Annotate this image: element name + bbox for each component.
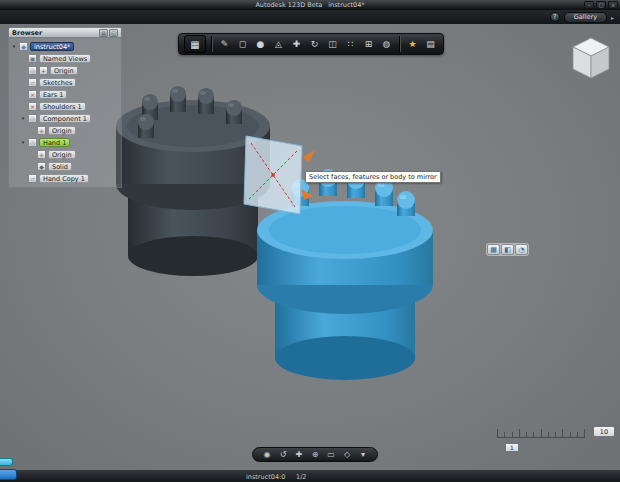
ruler-tick bbox=[526, 432, 527, 437]
document-title: instruct04* bbox=[328, 1, 364, 9]
tree-bulb-icon[interactable]: ◎ bbox=[28, 66, 37, 75]
tree-folder-icon[interactable]: ▱ bbox=[28, 78, 37, 87]
mirror-arrow-icon[interactable] bbox=[303, 150, 315, 162]
box-icon[interactable]: ◻ bbox=[235, 36, 250, 53]
viewcube[interactable] bbox=[573, 38, 609, 78]
maximize-button[interactable]: ▢ bbox=[596, 1, 606, 9]
tree-folder-icon[interactable]: ▱ bbox=[28, 174, 37, 183]
ruler-tick bbox=[504, 432, 505, 437]
browser-panel: Browser ▤◱ ▾◆instruct04*▣Named Views◎+Or… bbox=[8, 27, 122, 188]
panel-collapse-icon[interactable]: ◱ bbox=[109, 29, 118, 37]
scale-subdivision-box[interactable]: 1 bbox=[505, 443, 519, 452]
expand-arrow-icon[interactable]: ▾ bbox=[11, 43, 17, 49]
ruler-tick bbox=[570, 432, 571, 437]
tree-item-label[interactable]: Hand Copy 1 bbox=[39, 174, 89, 183]
tree-item-label[interactable]: Origin bbox=[50, 66, 78, 75]
primitives-menu-button[interactable]: ▦ bbox=[184, 35, 206, 53]
tree-item-label[interactable]: Hand 1 bbox=[39, 138, 70, 147]
window-controls: –▢× bbox=[584, 1, 618, 9]
cone-icon[interactable]: ◬ bbox=[271, 36, 286, 53]
tree-item-label[interactable]: Shoulders 1 bbox=[39, 102, 86, 111]
tree-item-label[interactable]: Sketches bbox=[39, 78, 76, 87]
tree-item-label[interactable]: Named Views bbox=[39, 54, 91, 63]
tree-row[interactable]: +Origin bbox=[9, 124, 121, 136]
tree-bulb-icon[interactable]: ◎ bbox=[28, 114, 37, 123]
tree-row[interactable]: ▾◎Component 1 bbox=[9, 112, 121, 124]
ruler-tick bbox=[512, 432, 513, 437]
tree-hidden-icon[interactable]: × bbox=[28, 102, 37, 111]
scale-widget: 10 1 bbox=[497, 426, 615, 454]
gallery-button[interactable]: Gallery bbox=[564, 12, 607, 23]
spin-icon[interactable]: ↺ bbox=[276, 449, 290, 461]
taskbar-chip-cyan[interactable] bbox=[0, 458, 13, 466]
sketch-icon[interactable]: ✎ bbox=[217, 36, 232, 53]
tree-row[interactable]: ▣Named Views bbox=[9, 52, 121, 64]
viewport-canvas[interactable]: Browser ▤◱ ▾◆instruct04*▣Named Views◎+Or… bbox=[0, 24, 620, 470]
tree-axes-icon[interactable]: + bbox=[37, 150, 46, 159]
tree-hidden-icon[interactable]: × bbox=[28, 90, 37, 99]
mirror-icon[interactable]: ◫ bbox=[325, 36, 340, 53]
move-icon[interactable]: ✚ bbox=[289, 36, 304, 53]
more-icon[interactable]: ▾ bbox=[356, 449, 370, 461]
ruler-tick bbox=[533, 432, 534, 437]
tree-row[interactable]: +Origin bbox=[9, 148, 121, 160]
fit-icon[interactable]: ▭ bbox=[324, 449, 338, 461]
tree-axes-icon[interactable]: + bbox=[37, 126, 46, 135]
expand-arrow-icon[interactable]: ▾ bbox=[20, 139, 26, 145]
combine-icon[interactable]: ⊞ bbox=[361, 36, 376, 53]
tree-row[interactable]: ×Shoulders 1 bbox=[9, 100, 121, 112]
tree-item-label[interactable]: Origin bbox=[48, 150, 76, 159]
tree-cube-icon[interactable]: ◆ bbox=[19, 42, 28, 51]
scale-value-box[interactable]: 10 bbox=[593, 426, 615, 437]
app-title: Autodesk 123D Beta bbox=[255, 1, 322, 9]
snap-icon[interactable]: ▦ bbox=[487, 244, 500, 255]
shell-icon[interactable]: ◍ bbox=[379, 36, 394, 53]
expand-arrow-icon[interactable]: ▾ bbox=[20, 115, 26, 121]
tree-solid-icon[interactable]: ◆ bbox=[37, 162, 46, 171]
browser-panel-header[interactable]: Browser ▤◱ bbox=[8, 27, 122, 38]
status-document-label: instruct04:0 bbox=[246, 473, 285, 481]
browser-tree: ▾◆instruct04*▣Named Views◎+Origin▱Sketch… bbox=[8, 38, 122, 188]
tree-row[interactable]: ▾◎Hand 1 bbox=[9, 136, 121, 148]
help-button[interactable]: ? bbox=[550, 12, 560, 22]
tree-item-label[interactable]: Origin bbox=[48, 126, 76, 135]
sphere-icon[interactable]: ● bbox=[253, 36, 268, 53]
title-bar: Autodesk 123D Beta instruct04* –▢× bbox=[0, 0, 620, 10]
tree-item-label[interactable]: instruct04* bbox=[30, 42, 74, 51]
tree-row[interactable]: ◎+Origin bbox=[9, 64, 121, 76]
panel-list-icon[interactable]: ▤ bbox=[99, 29, 108, 37]
plane-center-marker bbox=[271, 173, 275, 177]
tree-item-label[interactable]: Ears 1 bbox=[39, 90, 67, 99]
zoom-icon[interactable]: ⊕ bbox=[308, 449, 322, 461]
ruler-tick bbox=[562, 429, 563, 437]
minimize-button[interactable]: – bbox=[584, 1, 594, 9]
tree-camera-icon[interactable]: ▣ bbox=[28, 54, 37, 63]
status-page-label: 1/2 bbox=[296, 473, 306, 481]
status-bar: instruct04:0 1/2 bbox=[0, 470, 620, 482]
taskbar-chip-blue[interactable] bbox=[0, 469, 17, 480]
pattern-icon[interactable]: ∷ bbox=[343, 36, 358, 53]
tree-axes-icon[interactable]: + bbox=[39, 66, 48, 75]
plane-icon[interactable]: ◧ bbox=[501, 244, 514, 255]
tree-row[interactable]: ▾◆instruct04* bbox=[9, 40, 121, 52]
scene-icon[interactable]: ▤ bbox=[423, 36, 438, 53]
tree-row[interactable]: ×Ears 1 bbox=[9, 88, 121, 100]
orbit-icon[interactable]: ◉ bbox=[260, 449, 274, 461]
close-button[interactable]: × bbox=[608, 1, 618, 9]
tree-row[interactable]: ◆Solid bbox=[9, 160, 121, 172]
tree-bulb-icon[interactable]: ◎ bbox=[28, 138, 37, 147]
orbit-mode-icon[interactable]: ◔ bbox=[515, 244, 528, 255]
ruler-tick bbox=[497, 429, 498, 437]
tree-row[interactable]: ▱Sketches bbox=[9, 76, 121, 88]
pan-icon[interactable]: ✚ bbox=[292, 449, 306, 461]
star-icon[interactable]: ★ bbox=[405, 36, 420, 53]
chevron-right-icon[interactable]: ▸ bbox=[611, 14, 616, 21]
menu-strip: ? Gallery ▸ bbox=[0, 10, 620, 24]
tree-row[interactable]: ▱Hand Copy 1 bbox=[9, 172, 121, 184]
rotate-icon[interactable]: ↻ bbox=[307, 36, 322, 53]
browser-header-buttons: ▤◱ bbox=[99, 29, 118, 37]
tree-item-label[interactable]: Component 1 bbox=[39, 114, 91, 123]
scale-ruler[interactable] bbox=[497, 428, 585, 438]
tree-item-label[interactable]: Solid bbox=[48, 162, 72, 171]
look-at-icon[interactable]: ◇ bbox=[340, 449, 354, 461]
